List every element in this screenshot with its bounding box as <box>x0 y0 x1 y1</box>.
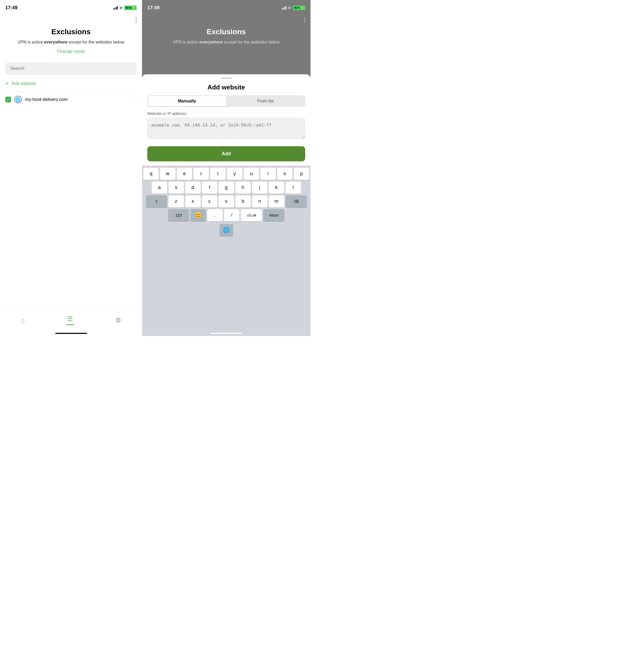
plus-icon: + <box>5 80 9 87</box>
key-v[interactable]: v <box>219 195 234 208</box>
delete-key[interactable]: ⌫ <box>286 195 307 208</box>
left-panel: 17:49 ⊜ 91%⚡ Exclusions VPN is active ev… <box>0 0 142 336</box>
key-couk[interactable]: .co.uk <box>241 209 262 221</box>
key-e[interactable]: e <box>177 168 192 180</box>
globe-key[interactable]: 🌐 <box>219 224 233 236</box>
key-slash[interactable]: / <box>224 209 239 221</box>
search-container <box>0 59 142 75</box>
wifi-icon-right: ⊜ <box>288 6 291 10</box>
keyboard-row-4: 123 😊 . / .co.uk return <box>143 209 309 222</box>
bottom-nav: ⌂ ☰ ⚙ <box>0 309 142 336</box>
keyboard-row-2: a s d f g h j k l <box>143 181 309 194</box>
key-o[interactable]: o <box>277 168 292 180</box>
nav-home[interactable]: ⌂ <box>21 317 25 324</box>
signal-bar-r1 <box>282 8 282 9</box>
nav-active-indicator <box>66 324 74 325</box>
time-left: 17:49 <box>5 5 17 11</box>
key-w[interactable]: w <box>160 168 175 180</box>
key-f[interactable]: f <box>202 181 217 194</box>
globe-icon: 🌐 <box>14 96 22 103</box>
status-icons-left: ⊜ 91%⚡ <box>113 6 137 10</box>
website-list-item[interactable]: ✓ 🌐 my-food-delivery.com › <box>0 92 142 108</box>
three-dots-menu-left[interactable] <box>136 17 137 22</box>
key-c[interactable]: c <box>202 195 217 208</box>
key-b[interactable]: b <box>236 195 251 208</box>
key-k[interactable]: k <box>269 181 284 194</box>
dot-r3 <box>304 21 305 22</box>
status-bar-right: 17:49 ⊜ 91%⚡ <box>142 0 310 14</box>
signal-bar-r4 <box>286 6 286 9</box>
modal-title: Add website <box>142 81 310 95</box>
add-button[interactable]: Add <box>147 146 305 161</box>
number-key[interactable]: 123 <box>168 209 189 221</box>
signal-bar-3 <box>116 7 117 9</box>
input-label: Website or IP address <box>147 111 305 116</box>
website-input-section: Website or IP address <box>142 111 310 144</box>
key-l[interactable]: l <box>286 181 301 194</box>
keyboard-globe-row: 🌐 <box>143 224 309 236</box>
search-input[interactable] <box>5 62 137 75</box>
key-m[interactable]: m <box>269 195 284 208</box>
add-website-label: Add website <box>11 81 36 86</box>
key-t[interactable]: t <box>210 168 225 180</box>
signal-bar-1 <box>113 8 114 9</box>
keyboard-row-3: ⇧ z x c v b n m ⌫ <box>143 195 309 208</box>
tab-from-list[interactable]: From list <box>226 96 305 106</box>
tabs-container: Manually From list <box>147 95 305 107</box>
home-icon: ⌂ <box>21 317 25 324</box>
nav-settings[interactable]: ⚙ <box>116 317 121 324</box>
battery-right: 91%⚡ <box>293 6 305 10</box>
page-title-right: Exclusions <box>150 28 302 36</box>
keyboard-row-1: q w e r t y u i o p <box>143 168 309 180</box>
emoji-key[interactable]: 😊 <box>191 209 206 221</box>
key-r[interactable]: r <box>194 168 209 180</box>
key-z[interactable]: z <box>168 195 184 208</box>
return-key[interactable]: return <box>263 209 285 221</box>
key-a[interactable]: a <box>152 181 167 194</box>
key-x[interactable]: x <box>185 195 201 208</box>
header-right: Exclusions VPN is active everywhere exce… <box>142 14 310 50</box>
key-g[interactable]: g <box>219 181 234 194</box>
key-u[interactable]: u <box>244 168 259 180</box>
key-h[interactable]: h <box>236 181 251 194</box>
signal-bar-r2 <box>283 8 284 9</box>
wifi-icon-left: ⊜ <box>119 6 123 10</box>
nav-list[interactable]: ☰ <box>66 315 74 325</box>
checkbox-checked: ✓ <box>5 97 11 102</box>
dot-r2 <box>304 19 305 20</box>
tab-manually[interactable]: Manually <box>148 96 226 106</box>
signal-bars-left <box>113 6 118 9</box>
checkmark-icon: ✓ <box>7 97 10 102</box>
right-panel: 17:49 ⊜ 91%⚡ Exclusions VPN is active ev… <box>142 0 310 336</box>
settings-icon: ⚙ <box>116 317 121 324</box>
header-left: Exclusions VPN is active everywhere exce… <box>0 14 142 59</box>
time-right: 17:49 <box>147 5 160 11</box>
key-i[interactable]: i <box>260 168 276 180</box>
dot-r1 <box>304 17 305 18</box>
dot-3 <box>136 21 137 22</box>
website-input[interactable] <box>147 118 305 139</box>
key-n[interactable]: n <box>252 195 267 208</box>
signal-bar-r3 <box>284 7 285 9</box>
key-y[interactable]: y <box>227 168 242 180</box>
dot-2 <box>136 19 137 20</box>
dot-1 <box>136 17 137 18</box>
battery-left: 91%⚡ <box>124 6 137 10</box>
key-q[interactable]: q <box>143 168 159 180</box>
header-subtitle-left: VPN is active everywhere except for the … <box>8 39 134 45</box>
change-mode-link[interactable]: Change mode <box>8 49 134 54</box>
shift-key[interactable]: ⇧ <box>146 195 167 208</box>
key-p[interactable]: p <box>294 168 309 180</box>
key-dot[interactable]: . <box>207 209 223 221</box>
chevron-right-icon: › <box>135 97 137 102</box>
key-s[interactable]: s <box>168 181 184 194</box>
status-bar-left: 17:49 ⊜ 91%⚡ <box>0 0 142 14</box>
three-dots-menu-right[interactable] <box>304 17 305 22</box>
header-subtitle-right: VPN is active everywhere except for the … <box>150 39 302 45</box>
signal-bar-2 <box>114 8 115 9</box>
home-indicator-left <box>55 333 87 334</box>
page-title-left: Exclusions <box>8 28 134 36</box>
key-d[interactable]: d <box>185 181 201 194</box>
key-j[interactable]: j <box>252 181 267 194</box>
add-website-button[interactable]: + Add website <box>0 75 142 91</box>
